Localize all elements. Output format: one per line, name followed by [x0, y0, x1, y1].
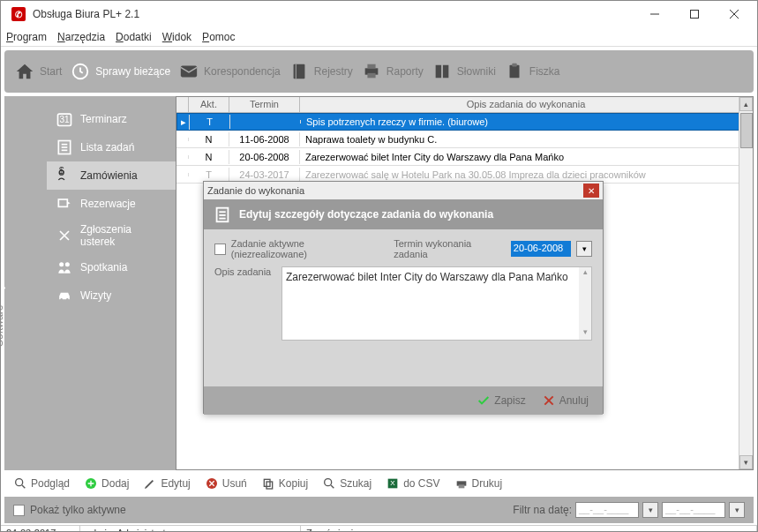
copy-icon	[261, 476, 275, 491]
toolbar-rejestry[interactable]: Rejestry	[289, 62, 353, 81]
dialog-header: Edytuj szczegóły dotyczące zadania do wy…	[239, 208, 493, 221]
table-row[interactable]: N 11-06-2008 Naprawa toalety w budynku C…	[176, 131, 753, 148]
vertical-scrollbar[interactable]: ▴ ▾	[739, 97, 753, 469]
scroll-down-icon[interactable]: ▾	[739, 455, 753, 469]
svg-point-30	[16, 479, 23, 486]
search-button[interactable]: Szukaj	[322, 476, 371, 491]
active-label: Zadanie aktywne (niezrealizowane)	[231, 238, 379, 259]
toolbar-start[interactable]: Start	[15, 62, 62, 81]
sidebar-item-wizyty[interactable]: Wizyty	[47, 281, 176, 310]
textarea-scrollbar[interactable]: ▴ ▾	[579, 267, 591, 340]
book-icon	[289, 62, 309, 81]
action-label: Podgląd	[31, 477, 70, 490]
col-akt[interactable]: Akt.	[189, 97, 229, 112]
svg-rect-21	[58, 199, 67, 206]
dictionary-icon	[432, 62, 452, 81]
cell-opis: Zarezerwować salę w Hotelu Park na 30.05…	[300, 168, 753, 182]
date-from-dropdown[interactable]: ▾	[642, 502, 658, 518]
csv-icon: X	[386, 476, 400, 491]
cell-termin: 11-06-2008	[229, 132, 300, 146]
sidebar-item-label: Zamówienia	[80, 169, 138, 182]
svg-point-22	[59, 262, 64, 266]
order-icon: $	[56, 167, 73, 184]
menu-pomoc[interactable]: Pomoc	[202, 31, 235, 43]
scroll-up-icon[interactable]: ▴	[579, 267, 591, 280]
toolbar-slowniki[interactable]: Słowniki	[432, 62, 496, 81]
print-button[interactable]: Drukuj	[454, 476, 503, 491]
show-active-checkbox[interactable]	[13, 505, 25, 516]
svg-rect-35	[266, 482, 273, 489]
scroll-thumb[interactable]	[740, 113, 753, 148]
add-button[interactable]: Dodaj	[84, 476, 129, 491]
svg-rect-5	[181, 66, 197, 78]
edit-task-dialog: Zadanie do wykonania ✕ Edytuj szczegóły …	[203, 181, 604, 414]
status-context: Zamówienia	[301, 526, 757, 532]
date-dropdown-button[interactable]: ▾	[576, 241, 592, 257]
filter-date-from[interactable]: __-__-____	[575, 502, 639, 518]
description-textarea[interactable]: Zarezerwować bilet Inter City do Warszaw…	[281, 266, 592, 341]
menu-program[interactable]: Program	[6, 31, 47, 43]
sidebar-item-lista-zadan[interactable]: Lista zadań	[47, 133, 176, 161]
car-icon	[56, 287, 73, 304]
app-icon: ✆	[11, 7, 26, 21]
close-button[interactable]	[714, 2, 754, 26]
cell-akt: N	[189, 132, 229, 146]
clock-icon	[71, 62, 90, 81]
table-row[interactable]: N 20-06-2008 Zarezerwować bilet Inter Ci…	[176, 148, 753, 166]
date-to-dropdown[interactable]: ▾	[729, 502, 745, 518]
sidebar-item-zgloszenia-usterek[interactable]: Zgłoszenia usterek	[47, 218, 176, 253]
table-row[interactable]: ▸ T Spis potrzenych rzeczy w firmie. (bi…	[176, 113, 753, 131]
row-marker	[176, 173, 189, 176]
svg-line-37	[331, 485, 334, 488]
description-label: Opis zadania	[214, 266, 274, 277]
cell-akt: T	[190, 115, 230, 129]
minimize-button[interactable]	[634, 2, 674, 26]
copy-button[interactable]: Kopiuj	[261, 476, 308, 491]
x-icon	[542, 393, 556, 408]
edit-button[interactable]: Edytuj	[143, 476, 190, 491]
menu-dodatki[interactable]: Dodatki	[116, 31, 152, 43]
filter-date-to[interactable]: __-__-____	[662, 502, 725, 518]
csv-button[interactable]: Xdo CSV	[386, 476, 439, 491]
menu-narzedzia[interactable]: Narzędzia	[57, 31, 105, 43]
tools-icon	[56, 227, 73, 244]
row-marker	[176, 155, 189, 159]
status-date: 24-03-2017	[1, 526, 80, 532]
col-termin[interactable]: Termin	[229, 97, 300, 112]
sidebar-item-zamowienia[interactable]: $ Zamówienia	[47, 161, 176, 190]
svg-rect-10	[367, 73, 375, 79]
col-selector[interactable]	[176, 97, 189, 112]
col-opis[interactable]: Opis zadania do wykonania	[300, 97, 753, 112]
date-label: Termin wykonania zadania	[394, 238, 506, 259]
sidebar-item-rezerwacje[interactable]: Rezerwacje	[47, 190, 176, 218]
preview-button[interactable]: Podgląd	[13, 476, 70, 491]
save-button[interactable]: Zapisz	[477, 393, 525, 408]
sidebar-item-label: Wizyty	[80, 289, 111, 302]
zoom-icon	[13, 476, 27, 491]
toolbar-sprawy[interactable]: Sprawy bieżące	[71, 62, 170, 81]
cell-opis: Spis potrzenych rzeczy w firmie. (biurow…	[301, 115, 752, 129]
sidebar-item-terminarz[interactable]: 31 Terminarz	[47, 105, 176, 133]
status-bar: 24-03-2017 admin, Administrator Zamówien…	[1, 525, 757, 532]
toolbar-korespondencja[interactable]: Korespondencja	[179, 62, 281, 81]
delete-button[interactable]: Usuń	[205, 476, 247, 491]
toolbar-raporty[interactable]: Raporty	[362, 62, 424, 81]
toolbar-fiszka[interactable]: Fiszka	[505, 62, 560, 81]
scroll-up-icon[interactable]: ▴	[739, 97, 753, 111]
dialog-close-button[interactable]: ✕	[583, 184, 599, 198]
svg-text:$: $	[59, 167, 64, 176]
show-active-label: Pokaż tylko aktywne	[30, 504, 126, 516]
maximize-button[interactable]	[674, 2, 714, 26]
cell-opis: Zarezerwować bilet Inter City do Warszaw…	[300, 150, 753, 164]
toolbar-label: Sprawy bieżące	[95, 65, 170, 78]
cancel-button[interactable]: Anuluj	[542, 393, 589, 408]
svg-rect-34	[264, 479, 270, 486]
date-input[interactable]: 20-06-2008	[511, 241, 572, 257]
scroll-down-icon[interactable]: ▾	[579, 327, 591, 340]
meeting-icon	[56, 259, 73, 276]
sidebar-item-spotkania[interactable]: Spotkania	[47, 253, 176, 281]
active-checkbox[interactable]	[214, 244, 226, 255]
action-label: do CSV	[403, 477, 439, 490]
svg-rect-9	[367, 64, 375, 69]
menu-widok[interactable]: Widok	[162, 31, 191, 43]
